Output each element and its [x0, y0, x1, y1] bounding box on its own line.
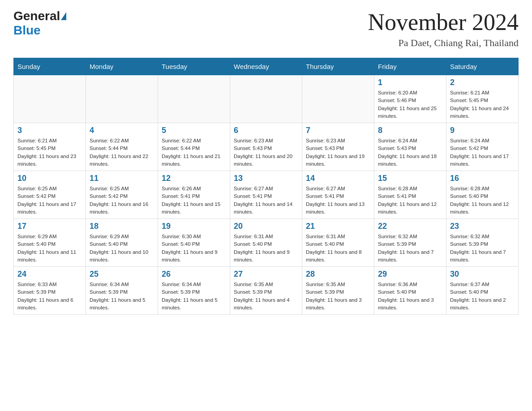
day-info: Sunrise: 6:28 AMSunset: 5:41 PMDaylight:… [378, 185, 442, 216]
calendar-header: SundayMondayTuesdayWednesdayThursdayFrid… [14, 58, 519, 75]
day-number: 12 [162, 174, 226, 183]
calendar-cell: 28Sunrise: 6:35 AMSunset: 5:39 PMDayligh… [302, 267, 374, 315]
calendar-cell [14, 75, 86, 123]
day-info: Sunrise: 6:26 AMSunset: 5:41 PMDaylight:… [162, 185, 226, 216]
header-row: SundayMondayTuesdayWednesdayThursdayFrid… [14, 58, 519, 75]
calendar-cell: 12Sunrise: 6:26 AMSunset: 5:41 PMDayligh… [158, 171, 230, 219]
column-header-sunday: Sunday [14, 58, 86, 75]
day-info: Sunrise: 6:31 AMSunset: 5:40 PMDaylight:… [306, 233, 370, 264]
day-info: Sunrise: 6:27 AMSunset: 5:41 PMDaylight:… [306, 185, 370, 216]
day-info: Sunrise: 6:33 AMSunset: 5:39 PMDaylight:… [17, 281, 82, 312]
calendar-cell: 6Sunrise: 6:23 AMSunset: 5:43 PMDaylight… [230, 123, 302, 171]
day-number: 27 [234, 270, 298, 279]
calendar-cell: 11Sunrise: 6:25 AMSunset: 5:42 PMDayligh… [86, 171, 158, 219]
day-number: 15 [378, 174, 442, 183]
day-number: 2 [450, 78, 515, 87]
calendar-cell: 25Sunrise: 6:34 AMSunset: 5:39 PMDayligh… [86, 267, 158, 315]
page-header: General Blue November 2024 Pa Daet, Chia… [13, 9, 519, 49]
calendar-cell: 20Sunrise: 6:31 AMSunset: 5:40 PMDayligh… [230, 219, 302, 267]
day-info: Sunrise: 6:29 AMSunset: 5:40 PMDaylight:… [90, 233, 154, 264]
page-subtitle: Pa Daet, Chiang Rai, Thailand [368, 37, 519, 49]
calendar-week-1: 1Sunrise: 6:20 AMSunset: 5:46 PMDaylight… [14, 75, 519, 123]
calendar-cell: 9Sunrise: 6:24 AMSunset: 5:42 PMDaylight… [446, 123, 519, 171]
day-number: 13 [234, 174, 298, 183]
day-number: 3 [17, 126, 82, 135]
day-number: 9 [450, 126, 515, 135]
column-header-wednesday: Wednesday [230, 58, 302, 75]
calendar-cell: 14Sunrise: 6:27 AMSunset: 5:41 PMDayligh… [302, 171, 374, 219]
day-number: 29 [378, 270, 442, 279]
day-info: Sunrise: 6:23 AMSunset: 5:43 PMDaylight:… [234, 137, 298, 168]
day-info: Sunrise: 6:25 AMSunset: 5:42 PMDaylight:… [17, 185, 82, 216]
day-number: 23 [450, 222, 515, 231]
day-number: 24 [17, 270, 82, 279]
day-number: 21 [306, 222, 370, 231]
column-header-monday: Monday [86, 58, 158, 75]
calendar-week-4: 17Sunrise: 6:29 AMSunset: 5:40 PMDayligh… [14, 219, 519, 267]
day-info: Sunrise: 6:31 AMSunset: 5:40 PMDaylight:… [234, 233, 298, 264]
day-number: 5 [162, 126, 226, 135]
day-info: Sunrise: 6:22 AMSunset: 5:44 PMDaylight:… [162, 137, 226, 168]
page-title: November 2024 [368, 9, 519, 35]
calendar-cell: 22Sunrise: 6:32 AMSunset: 5:39 PMDayligh… [374, 219, 446, 267]
title-section: November 2024 Pa Daet, Chiang Rai, Thail… [368, 9, 519, 49]
calendar-cell [158, 75, 230, 123]
calendar-cell: 10Sunrise: 6:25 AMSunset: 5:42 PMDayligh… [14, 171, 86, 219]
calendar-cell: 19Sunrise: 6:30 AMSunset: 5:40 PMDayligh… [158, 219, 230, 267]
day-number: 30 [450, 270, 515, 279]
day-number: 4 [90, 126, 154, 135]
day-info: Sunrise: 6:37 AMSunset: 5:40 PMDaylight:… [450, 281, 515, 312]
day-number: 26 [162, 270, 226, 279]
day-info: Sunrise: 6:23 AMSunset: 5:43 PMDaylight:… [306, 137, 370, 168]
calendar-week-5: 24Sunrise: 6:33 AMSunset: 5:39 PMDayligh… [14, 267, 519, 315]
day-number: 18 [90, 222, 154, 231]
calendar-cell: 2Sunrise: 6:21 AMSunset: 5:45 PMDaylight… [446, 75, 519, 123]
day-number: 19 [162, 222, 226, 231]
calendar-cell: 13Sunrise: 6:27 AMSunset: 5:41 PMDayligh… [230, 171, 302, 219]
calendar-cell: 24Sunrise: 6:33 AMSunset: 5:39 PMDayligh… [14, 267, 86, 315]
day-info: Sunrise: 6:24 AMSunset: 5:43 PMDaylight:… [378, 137, 442, 168]
day-number: 20 [234, 222, 298, 231]
calendar-cell: 3Sunrise: 6:21 AMSunset: 5:45 PMDaylight… [14, 123, 86, 171]
column-header-friday: Friday [374, 58, 446, 75]
calendar-cell: 15Sunrise: 6:28 AMSunset: 5:41 PMDayligh… [374, 171, 446, 219]
day-number: 1 [378, 78, 442, 87]
day-info: Sunrise: 6:36 AMSunset: 5:40 PMDaylight:… [378, 281, 442, 312]
calendar-cell: 16Sunrise: 6:28 AMSunset: 5:40 PMDayligh… [446, 171, 519, 219]
day-number: 25 [90, 270, 154, 279]
day-info: Sunrise: 6:29 AMSunset: 5:40 PMDaylight:… [17, 233, 82, 264]
calendar-cell: 5Sunrise: 6:22 AMSunset: 5:44 PMDaylight… [158, 123, 230, 171]
calendar-cell: 21Sunrise: 6:31 AMSunset: 5:40 PMDayligh… [302, 219, 374, 267]
calendar-table: SundayMondayTuesdayWednesdayThursdayFrid… [13, 58, 519, 315]
day-info: Sunrise: 6:25 AMSunset: 5:42 PMDaylight:… [90, 185, 154, 216]
calendar-cell: 8Sunrise: 6:24 AMSunset: 5:43 PMDaylight… [374, 123, 446, 171]
logo-triangle-icon [61, 12, 66, 20]
logo-blue-text: Blue [13, 23, 41, 37]
calendar-cell: 27Sunrise: 6:35 AMSunset: 5:39 PMDayligh… [230, 267, 302, 315]
calendar-cell: 18Sunrise: 6:29 AMSunset: 5:40 PMDayligh… [86, 219, 158, 267]
day-info: Sunrise: 6:35 AMSunset: 5:39 PMDaylight:… [234, 281, 298, 312]
day-info: Sunrise: 6:21 AMSunset: 5:45 PMDaylight:… [17, 137, 82, 168]
day-info: Sunrise: 6:20 AMSunset: 5:46 PMDaylight:… [378, 89, 442, 120]
day-info: Sunrise: 6:21 AMSunset: 5:45 PMDaylight:… [450, 89, 515, 120]
calendar-cell [302, 75, 374, 123]
day-number: 28 [306, 270, 370, 279]
column-header-tuesday: Tuesday [158, 58, 230, 75]
day-number: 22 [378, 222, 442, 231]
calendar-body: 1Sunrise: 6:20 AMSunset: 5:46 PMDaylight… [14, 75, 519, 315]
calendar-cell: 4Sunrise: 6:22 AMSunset: 5:44 PMDaylight… [86, 123, 158, 171]
day-number: 6 [234, 126, 298, 135]
day-info: Sunrise: 6:32 AMSunset: 5:39 PMDaylight:… [450, 233, 515, 264]
logo: General Blue [13, 9, 66, 38]
day-number: 11 [90, 174, 154, 183]
calendar-cell: 26Sunrise: 6:34 AMSunset: 5:39 PMDayligh… [158, 267, 230, 315]
calendar-week-3: 10Sunrise: 6:25 AMSunset: 5:42 PMDayligh… [14, 171, 519, 219]
day-info: Sunrise: 6:34 AMSunset: 5:39 PMDaylight:… [162, 281, 226, 312]
calendar-cell: 17Sunrise: 6:29 AMSunset: 5:40 PMDayligh… [14, 219, 86, 267]
calendar-cell: 23Sunrise: 6:32 AMSunset: 5:39 PMDayligh… [446, 219, 519, 267]
calendar-cell: 29Sunrise: 6:36 AMSunset: 5:40 PMDayligh… [374, 267, 446, 315]
day-info: Sunrise: 6:35 AMSunset: 5:39 PMDaylight:… [306, 281, 370, 312]
day-number: 17 [17, 222, 82, 231]
day-number: 14 [306, 174, 370, 183]
calendar-cell: 7Sunrise: 6:23 AMSunset: 5:43 PMDaylight… [302, 123, 374, 171]
